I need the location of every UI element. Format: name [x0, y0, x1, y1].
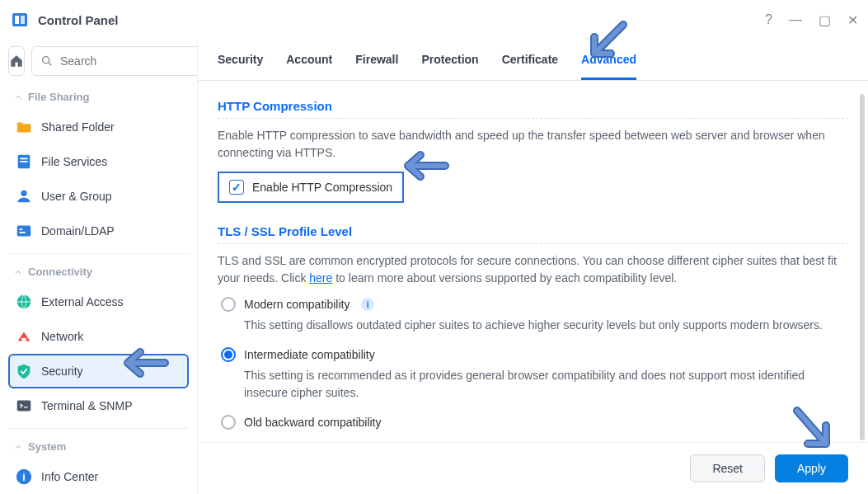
svg-rect-1 [15, 16, 19, 24]
learn-more-link[interactable]: here [309, 271, 332, 285]
section-file-sharing[interactable]: File Sharing [8, 84, 189, 110]
titlebar: Control Panel ? — ▢ ✕ [0, 0, 868, 40]
enable-http-compression-checkbox[interactable]: ✓ Enable HTTP Compression [218, 172, 404, 203]
sidebar-item-shared-folder[interactable]: Shared Folder [8, 110, 189, 144]
section-connectivity[interactable]: Connectivity [8, 259, 189, 285]
sidebar-item-security[interactable]: Security [8, 354, 189, 388]
user-group-icon [15, 187, 33, 205]
folder-icon [15, 118, 33, 136]
svg-line-4 [49, 63, 51, 65]
app-icon [10, 10, 30, 30]
svg-point-3 [43, 57, 49, 64]
chevron-up-icon [13, 92, 23, 102]
network-icon [15, 327, 33, 346]
apply-button[interactable]: Apply [775, 454, 848, 482]
radio-icon [221, 415, 236, 430]
search-input[interactable] [60, 54, 198, 68]
http-compression-title: HTTP Compression [218, 94, 848, 119]
tab-firewall[interactable]: Firewall [355, 53, 398, 80]
tab-advanced[interactable]: Advanced [581, 53, 636, 80]
help-icon[interactable]: ? [765, 12, 772, 27]
reset-button[interactable]: Reset [690, 454, 765, 482]
tab-certificate[interactable]: Certificate [502, 53, 558, 80]
sidebar-item-terminal-snmp[interactable]: Terminal & SNMP [8, 388, 189, 423]
minimize-icon[interactable]: — [789, 12, 802, 27]
svg-rect-7 [20, 161, 27, 162]
svg-rect-9 [17, 226, 31, 237]
svg-rect-11 [20, 232, 26, 233]
svg-point-8 [21, 191, 26, 196]
search-box[interactable] [31, 46, 198, 76]
main-panel: Security Account Firewall Protection Cer… [198, 40, 868, 494]
search-icon [40, 54, 54, 68]
chevron-up-icon [13, 267, 23, 277]
info-icon: i [15, 468, 33, 486]
home-button[interactable] [8, 46, 25, 76]
chevron-up-icon [13, 442, 23, 452]
file-services-icon [15, 153, 33, 171]
svg-rect-2 [21, 16, 25, 24]
scrollbar[interactable] [860, 94, 865, 440]
svg-rect-14 [17, 401, 31, 412]
close-icon[interactable]: ✕ [847, 12, 858, 28]
tab-account[interactable]: Account [286, 53, 332, 80]
domain-icon [15, 222, 33, 240]
tls-ssl-title: TLS / SSL Profile Level [218, 219, 848, 244]
terminal-icon [15, 397, 33, 415]
window-controls: ? — ▢ ✕ [765, 12, 858, 28]
svg-rect-0 [12, 13, 27, 26]
tls-ssl-desc: TLS and SSL are common encrypted protoco… [218, 252, 848, 287]
sidebar-item-info-center[interactable]: i Info Center [8, 459, 189, 494]
radio-modern-compatibility[interactable]: Modern compatibility i [221, 297, 848, 312]
sidebar-item-user-group[interactable]: User & Group [8, 179, 189, 214]
svg-rect-13 [21, 338, 26, 341]
sidebar-item-external-access[interactable]: External Access [8, 285, 189, 319]
sidebar-item-file-services[interactable]: File Services [8, 144, 189, 179]
sidebar-item-domain-ldap[interactable]: Domain/LDAP [8, 214, 189, 248]
tab-protection[interactable]: Protection [421, 53, 478, 80]
svg-rect-10 [20, 228, 23, 230]
section-system[interactable]: System [8, 434, 189, 459]
svg-text:i: i [22, 471, 26, 483]
radio-old-backward-compatibility[interactable]: Old backward compatibility [221, 415, 848, 430]
footer: Reset Apply [198, 442, 868, 494]
maximize-icon[interactable]: ▢ [819, 12, 831, 28]
window-title: Control Panel [38, 13, 765, 27]
checkbox-icon: ✓ [229, 180, 244, 195]
tab-security[interactable]: Security [218, 53, 263, 80]
info-badge-icon[interactable]: i [361, 298, 374, 311]
shield-icon [15, 362, 33, 380]
sidebar: File Sharing Shared Folder File Services… [0, 40, 198, 494]
http-compression-desc: Enable HTTP compression to save bandwidt… [218, 127, 848, 162]
content-area: HTTP Compression Enable HTTP compression… [198, 81, 868, 494]
radio-icon [221, 347, 236, 362]
radio-icon [221, 297, 236, 312]
radio-intermediate-compatibility[interactable]: Intermediate compatibility [221, 347, 848, 362]
home-icon [9, 54, 24, 68]
sidebar-item-network[interactable]: Network [8, 319, 189, 354]
tabs: Security Account Firewall Protection Cer… [198, 40, 868, 81]
globe-icon [15, 293, 33, 311]
svg-rect-6 [20, 158, 27, 159]
